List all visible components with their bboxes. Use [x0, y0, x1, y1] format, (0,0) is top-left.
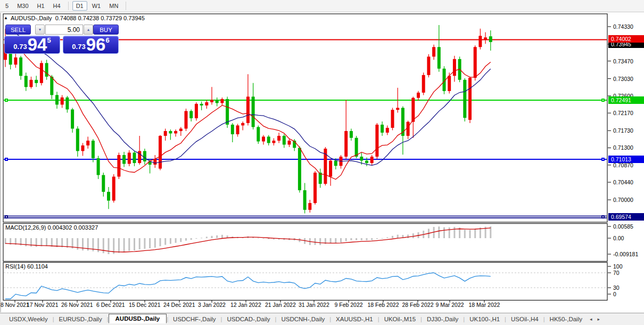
tab-audusd-daily[interactable]: AUDUSD-,Daily [109, 314, 167, 323]
blue-line-badge: 0.71013 [608, 156, 644, 163]
date-label: 15 Dec 2021 [129, 302, 161, 308]
timeframe-toolbar: 5M30H1H4D1W1MN [0, 0, 644, 12]
price-tick: 0.74330 [613, 23, 633, 30]
indicator-axis-tick: 30 [613, 285, 620, 291]
sell-price-box[interactable]: 0.73 94 5 [4, 36, 60, 54]
tab-uk100-h1[interactable]: UK100-,H1 [465, 315, 505, 323]
timeframe-h1[interactable]: H1 [34, 1, 48, 11]
timeframe-5[interactable]: 5 [2, 1, 12, 11]
tab-scroll-left-icon[interactable]: ◂ [587, 316, 595, 322]
price-tick: 0.71730 [613, 127, 633, 134]
timeframe-d1[interactable]: D1 [72, 1, 87, 11]
tab-eurusd-daily[interactable]: EURUSD-,Daily [54, 315, 107, 323]
indicator-axis-tick: 0.00585 [613, 223, 633, 230]
symbol-period-label: AUDUSD-,Daily [11, 15, 52, 21]
date-label: 28 Feb 2022 [402, 302, 434, 308]
symbol-tabbar: USDX,Weekly|EURUSD-,Daily|AUDUSD-,Daily|… [0, 313, 644, 325]
price-tick: 0.70440 [613, 179, 633, 185]
price-tick: 0.73030 [613, 76, 633, 82]
date-label: 17 Nov 2021 [27, 302, 59, 308]
tab-usdcad-daily[interactable]: USDCAD-,Daily [222, 315, 275, 323]
chart-collapse-icon[interactable]: ▲ [4, 15, 8, 20]
tab-usdcnh-daily[interactable]: USDCNH-,Daily [276, 315, 329, 323]
date-label: 9 Feb 2022 [335, 302, 363, 308]
buy-price-sup: 6 [105, 36, 109, 44]
sell-price-sup: 5 [47, 36, 51, 44]
volume-increase-button[interactable]: ▴ [84, 25, 93, 35]
timeframe-mn[interactable]: MN [105, 1, 122, 11]
ohlc-values: 0.74088 0.74238 0.73729 0.73945 [55, 15, 145, 21]
date-label: 8 Nov 2021 [1, 302, 29, 308]
rsi-label: RSI(14) 60.1104 [5, 263, 48, 270]
price-tick: 0.71300 [613, 144, 633, 151]
timeframe-m30[interactable]: M30 [13, 1, 32, 11]
rsi-pane[interactable] [3, 263, 607, 300]
price-tick: 0.70000 [613, 197, 633, 203]
indicator-axis-tick: 0.00 [613, 235, 624, 241]
tab-usoil-h4[interactable]: USOil-,H4 [506, 315, 543, 323]
tab-xauusd-h1[interactable]: XAUUSD-,H1 [331, 315, 378, 323]
date-label: 9 Mar 2022 [436, 302, 464, 308]
indicator-axis-tick: 100 [613, 263, 623, 270]
trading-terminal: 5M30H1H4D1W1MN ▲ AUDUSD-,Daily0.74088 0.… [0, 0, 644, 325]
tab-ukoil-m15[interactable]: UKOil-,M15 [379, 315, 420, 323]
resistance-price-badge: 0.74002 [608, 35, 644, 43]
buy-price-big: 96 [86, 37, 106, 52]
sell-price-big: 94 [28, 37, 47, 52]
date-label: 18 Mar 2022 [469, 302, 500, 308]
price-tick: 0.72170 [613, 110, 633, 116]
date-label: 24 Dec 2021 [163, 302, 195, 308]
tab-hk50-daily[interactable]: HK50-,Daily [545, 315, 587, 323]
toolbar-separator [68, 2, 69, 10]
green-line-badge: 0.72491 [608, 96, 644, 104]
macd-label: MACD(12,26,9) 0.004302 0.003327 [5, 224, 98, 231]
buy-price-box[interactable]: 0.73 96 6 [63, 36, 119, 54]
date-label: 3 Jan 2022 [198, 302, 226, 308]
date-label: 12 Jan 2022 [230, 302, 261, 308]
volume-input[interactable] [45, 25, 83, 35]
sell-button[interactable]: SELL [5, 25, 31, 35]
volume-decrease-button[interactable]: ▾ [35, 25, 45, 35]
date-label: 31 Jan 2022 [299, 302, 329, 308]
buy-price-prefix: 0.73 [72, 43, 85, 51]
tab-usdchf-daily[interactable]: USDCHF-,Daily [168, 315, 221, 323]
toolbar-separator [126, 2, 126, 10]
date-label: 26 Nov 2021 [61, 302, 93, 308]
navy-line-badge: 0.69574 [608, 213, 644, 221]
indicator-axis-tick: 0 [613, 291, 616, 297]
chart-title: AUDUSD-,Daily0.74088 0.74238 0.73729 0.7… [11, 15, 145, 21]
timeframe-h4[interactable]: H4 [49, 1, 64, 11]
date-label: 18 Feb 2022 [368, 302, 399, 308]
tab-usdx-weekly[interactable]: USDX,Weekly [4, 315, 53, 323]
sell-price-prefix: 0.73 [13, 43, 27, 51]
tab-dj30-daily[interactable]: DJ30-,Daily [422, 315, 463, 323]
indicator-axis-tick: -0.009181 [613, 251, 638, 257]
indicator-axis-tick: 70 [613, 270, 620, 276]
date-label: 21 Jan 2022 [265, 302, 296, 308]
price-tick: 0.73470 [613, 58, 633, 64]
tab-scroll-right-icon[interactable]: ▸ [595, 316, 602, 322]
buy-button[interactable]: BUY [93, 25, 119, 35]
date-label: 6 Dec 2021 [96, 302, 125, 308]
timeframe-w1[interactable]: W1 [88, 1, 105, 11]
